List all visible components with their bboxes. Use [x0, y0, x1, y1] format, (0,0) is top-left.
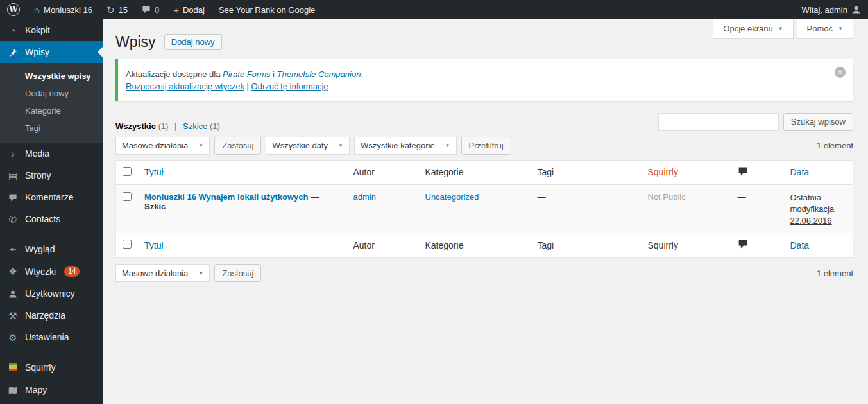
sidebar-item-wpisy[interactable]: Wpisy — [0, 41, 103, 63]
notice-actions: Rozpocznij aktualizację wtyczek | Odrzuć… — [126, 82, 825, 91]
admin-bar-right: Witaj, admin — [794, 0, 868, 19]
sidebar-item-label: Ustawienia — [25, 332, 69, 342]
view-all-link[interactable]: Wszystkie — [115, 121, 156, 131]
bulk-actions-select-bottom[interactable]: Masowe działania ▼ — [115, 264, 210, 282]
sidebar-item-strony[interactable]: ▤ Strony — [0, 164, 103, 186]
column-date-sort[interactable]: Data — [790, 167, 810, 177]
item-count: 1 element — [817, 141, 853, 150]
sidebar-item-media[interactable]: ♪ Media — [0, 143, 103, 164]
search-submit-button[interactable]: Szukaj wpisów — [783, 113, 853, 131]
post-date-label: Ostatnia modyfikacja — [790, 192, 847, 216]
dashboard-icon: ◔ — [6, 26, 19, 35]
new-content-menu[interactable]: + Dodaj — [166, 0, 212, 19]
sidebar-item-contacts[interactable]: ✆ Contacts — [0, 208, 103, 230]
sidebar-item-mapy[interactable]: Mapy — [0, 378, 103, 400]
sidebar-item-label: Contacts — [25, 214, 60, 224]
submenu-wszystkie-wpisy[interactable]: Wszystkie wpisy — [0, 67, 103, 85]
column-title-sort[interactable]: Tytuł — [144, 167, 164, 177]
chevron-down-icon: ▼ — [198, 270, 203, 276]
appearance-icon: ✒ — [6, 245, 19, 254]
sidebar-item-uzytkownicy[interactable]: Użytkownicy — [0, 283, 103, 304]
column-comments — [731, 160, 784, 184]
submenu-dodaj-nowy[interactable]: Dodaj nowy — [0, 85, 103, 102]
post-author-link[interactable]: admin — [353, 192, 376, 202]
date-filter-select[interactable]: Wszystkie daty ▼ — [266, 137, 350, 155]
sidebar-item-wtyczki[interactable]: ❖ Wtyczki 14 — [0, 260, 103, 283]
update-plugins-link[interactable]: Rozpocznij aktualizację wtyczek — [126, 82, 244, 91]
chevron-down-icon: ▼ — [838, 26, 843, 31]
search-input[interactable] — [658, 113, 779, 131]
notice-message: Aktualizacje dostępne dla Pirate Forms i… — [126, 69, 825, 79]
submenu-kategorie[interactable]: Kategorie — [0, 102, 103, 119]
update-notice: Aktualizacje dostępne dla Pirate Forms i… — [115, 59, 853, 101]
pirate-forms-link[interactable]: Pirate Forms — [223, 69, 270, 79]
table-header-row: Tytuł Autor Kategorie Tagi Squirrly Data — [116, 160, 853, 184]
bulk-actions-label: Masowe działania — [122, 141, 188, 150]
comments-bubble-icon — [6, 192, 19, 202]
wp-logo-menu[interactable]: W — [0, 0, 27, 19]
themeisle-companion-link[interactable]: ThemeIsle Companion — [277, 69, 361, 79]
menu-separator — [0, 348, 103, 356]
comments-column-icon — [738, 166, 748, 177]
phone-icon: ✆ — [6, 215, 19, 224]
sidebar-item-kokpit[interactable]: ◔ Kokpit — [0, 19, 103, 41]
comments-column-icon — [738, 239, 748, 249]
screen-options-button[interactable]: Opcje ekranu ▼ — [713, 19, 793, 39]
apply-button[interactable]: Zastosuj — [214, 137, 261, 155]
comments-menu[interactable]: 0 — [135, 0, 166, 19]
add-new-button[interactable]: Dodaj nowy — [164, 34, 222, 50]
sidebar-item-label: Komentarze — [25, 192, 73, 202]
post-squirrly-status: Not Public — [642, 184, 731, 233]
sidebar-item-wyglad[interactable]: ✒ Wygląd — [0, 238, 103, 260]
sidebar-item-label: Kokpit — [25, 25, 50, 35]
bulk-actions-select[interactable]: Masowe działania ▼ — [115, 137, 210, 155]
plugin-update-badge: 14 — [64, 266, 80, 277]
sidebar-item-komentarze[interactable]: Komentarze — [0, 186, 103, 208]
page-title: Wpisy — [115, 33, 156, 51]
sidebar-item-narzedzia[interactable]: ⚒ Narzędzia — [0, 304, 103, 326]
column-title-sort-bottom[interactable]: Tytuł — [144, 240, 164, 250]
help-button[interactable]: Pomoc ▼ — [797, 19, 853, 39]
plugins-icon: ❖ — [6, 267, 19, 276]
submenu-tagi[interactable]: Tagi — [0, 119, 103, 137]
column-date-sort-bottom[interactable]: Data — [790, 240, 810, 250]
sidebar-item-squirrly[interactable]: Squirrly — [0, 356, 103, 378]
plus-icon: + — [173, 5, 179, 15]
sidebar-item-label: Narzędzia — [25, 310, 65, 321]
users-icon — [6, 288, 19, 299]
map-icon — [6, 384, 19, 394]
apply-button-bottom[interactable]: Zastosuj — [214, 264, 261, 282]
select-all-checkbox-bottom[interactable] — [123, 240, 132, 249]
tools-icon: ⚒ — [6, 311, 19, 321]
site-name-menu[interactable]: ⌂ Moniuszki 16 — [27, 0, 99, 19]
wordpress-logo-icon: W — [7, 3, 20, 16]
select-all-checkbox[interactable] — [123, 167, 132, 176]
chevron-down-icon: ▼ — [778, 26, 783, 31]
post-date: 22.06.2016 — [790, 216, 832, 225]
dismiss-info-link[interactable]: Odrzuć tę informację — [251, 82, 328, 91]
pages-icon: ▤ — [6, 171, 19, 180]
my-account-menu[interactable]: Witaj, admin — [794, 0, 868, 19]
notice-separator: | — [247, 82, 249, 91]
home-icon: ⌂ — [34, 5, 40, 15]
table-row: Moniuszki 16 Wynajem lokali użytkowych —… — [116, 184, 853, 233]
sidebar-item-ustawienia[interactable]: ⚙ Ustawienia — [0, 326, 103, 348]
sidebar-item-label: Wpisy — [25, 47, 49, 57]
sidebar-item-label: Wygląd — [25, 244, 55, 254]
notice-conjunction: i — [273, 69, 275, 79]
column-squirrly-bottom: Squirrly — [642, 233, 731, 258]
sidebar-item-label: Mapy — [25, 385, 47, 395]
menu-separator — [0, 230, 103, 238]
post-title-link[interactable]: Moniuszki 16 Wynajem lokali użytkowych — [144, 192, 309, 202]
updates-menu[interactable]: ↻ 15 — [99, 0, 135, 19]
squirrly-rank-menu[interactable]: See Your Rank on Google — [212, 0, 322, 19]
category-filter-select[interactable]: Wszystkie kategorie ▼ — [354, 137, 457, 155]
filter-button[interactable]: Przefiltruj — [461, 137, 511, 155]
view-drafts-link[interactable]: Szkice — [183, 121, 207, 131]
dismiss-notice-button[interactable]: ✕ — [835, 67, 846, 78]
table-footer-row: Tytuł Autor Kategorie Tagi Squirrly Data — [116, 233, 853, 258]
row-checkbox[interactable] — [123, 192, 132, 201]
post-comments-count: — — [731, 184, 784, 233]
post-category-link[interactable]: Uncategorized — [425, 192, 479, 202]
updates-count: 15 — [119, 5, 128, 15]
